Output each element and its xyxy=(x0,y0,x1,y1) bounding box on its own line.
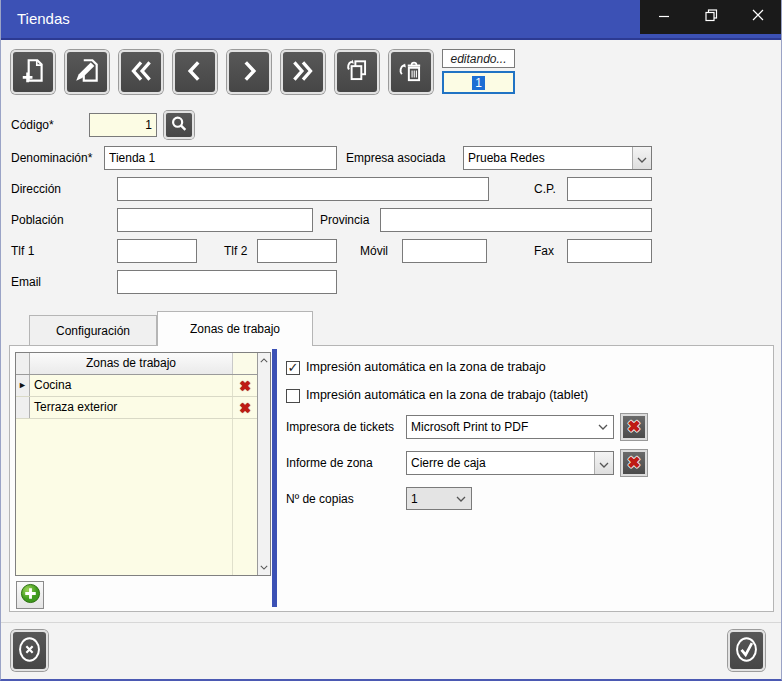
tlf1-label: Tlf 1 xyxy=(11,239,34,263)
cp-input[interactable] xyxy=(567,177,652,201)
tlf1-input[interactable] xyxy=(117,239,197,263)
copies-value: 1 xyxy=(407,492,451,506)
accept-circle-check-icon xyxy=(733,634,760,668)
delete-zone-icon[interactable]: ✖ xyxy=(239,379,251,393)
clear-printer-button[interactable]: ✖ xyxy=(621,414,647,440)
first-record-button[interactable] xyxy=(119,50,163,94)
tab-configuracion[interactable]: Configuración xyxy=(29,315,157,345)
empty-selector-strip xyxy=(16,419,29,575)
auto-print-label: Impresión automática en la zona de traba… xyxy=(306,360,546,375)
next-record-icon xyxy=(235,57,263,88)
delete-zone-cell[interactable]: ✖ xyxy=(233,397,257,418)
provincia-input[interactable] xyxy=(380,208,652,232)
edit-record-icon xyxy=(73,57,101,88)
zone-name-cell[interactable]: Terraza exterior xyxy=(30,397,233,418)
cp-label: C.P. xyxy=(534,177,556,201)
delete-record-button[interactable] xyxy=(389,50,433,94)
report-select[interactable]: Cierre de caja xyxy=(406,451,614,475)
cancel-circle-x-icon xyxy=(16,634,43,668)
movil-label: Móvil xyxy=(360,239,388,263)
zone-name-cell[interactable]: Cocina xyxy=(30,375,233,396)
minimize-icon xyxy=(658,8,670,26)
scroll-down-icon[interactable] xyxy=(258,560,271,575)
report-value: Cierre de caja xyxy=(407,456,594,470)
record-number-field[interactable]: 1 xyxy=(442,71,515,94)
direccion-label: Dirección xyxy=(11,177,61,201)
codigo-label: Código* xyxy=(11,113,54,137)
copy-record-button[interactable] xyxy=(335,50,379,94)
chevron-down-icon xyxy=(593,416,613,438)
copies-select[interactable]: 1 xyxy=(406,487,472,510)
empresa-label: Empresa asociada xyxy=(346,146,445,170)
tlf2-input[interactable] xyxy=(257,239,337,263)
next-record-button[interactable] xyxy=(227,50,271,94)
movil-input[interactable] xyxy=(402,239,487,263)
denominacion-input[interactable] xyxy=(104,146,337,170)
last-record-button[interactable] xyxy=(281,50,325,94)
add-plus-icon xyxy=(20,583,41,607)
window-title: Tiendas xyxy=(17,0,70,38)
direccion-input[interactable] xyxy=(117,177,489,201)
chevron-down-icon xyxy=(637,149,647,167)
auto-print-tablet-checkbox[interactable] xyxy=(286,389,300,403)
new-record-button[interactable] xyxy=(11,50,55,94)
previous-record-button[interactable] xyxy=(173,50,217,94)
email-label: Email xyxy=(11,270,41,294)
clear-report-icon: ✖ xyxy=(627,456,640,470)
printer-label: Impresora de tickets xyxy=(286,415,394,439)
search-button[interactable] xyxy=(164,111,194,139)
fax-label: Fax xyxy=(534,239,554,263)
report-label: Informe de zona xyxy=(286,451,373,475)
email-input[interactable] xyxy=(117,270,337,294)
title-bar: Tiendas xyxy=(1,0,782,40)
window-controls xyxy=(640,0,781,34)
chevron-down-icon xyxy=(451,488,471,509)
empresa-select[interactable]: Prueba Redes xyxy=(463,146,652,170)
printer-value: Microsoft Print to PDF xyxy=(407,420,593,434)
tiendas-window: Tiendas editando... xyxy=(0,0,782,681)
add-zone-button[interactable] xyxy=(16,581,44,609)
scroll-up-icon[interactable] xyxy=(258,353,271,368)
printer-select[interactable]: Microsoft Print to PDF xyxy=(406,415,614,439)
chevron-down-icon xyxy=(599,454,609,472)
search-icon xyxy=(169,114,189,137)
zone-row[interactable]: Terraza exterior ✖ xyxy=(16,397,257,419)
delete-zone-cell[interactable]: ✖ xyxy=(233,375,257,396)
cancel-button[interactable] xyxy=(11,630,48,671)
copy-record-icon xyxy=(343,57,371,88)
empresa-dropdown-button[interactable] xyxy=(632,147,651,169)
empresa-value: Prueba Redes xyxy=(464,151,632,165)
zones-grid-header: Zonas de trabajo xyxy=(16,353,257,375)
current-row-pointer-icon: ► xyxy=(18,381,27,390)
restore-button[interactable] xyxy=(687,0,734,34)
minimize-button[interactable] xyxy=(640,0,687,34)
provincia-label: Provincia xyxy=(320,208,369,232)
record-number-value: 1 xyxy=(472,76,485,90)
zonas-tab-panel: Zonas de trabajo ► Cocina ✖ Terraza exte… xyxy=(9,345,774,612)
tab-zonas-de-trabajo[interactable]: Zonas de trabajo xyxy=(157,311,313,346)
denominacion-label: Denominación* xyxy=(11,146,92,170)
accept-button[interactable] xyxy=(728,630,765,671)
zone-row[interactable]: ► Cocina ✖ xyxy=(16,375,257,397)
poblacion-input[interactable] xyxy=(117,208,313,232)
zones-scrollbar[interactable] xyxy=(257,353,270,575)
checkmark-icon: ✓ xyxy=(288,362,299,374)
codigo-input[interactable] xyxy=(89,113,157,137)
editing-status-badge: editando... xyxy=(442,49,515,68)
zones-grid-empty-area xyxy=(16,419,257,575)
row-selector-header xyxy=(16,353,30,374)
auto-print-checkbox[interactable]: ✓ xyxy=(286,361,300,375)
empty-delete-strip xyxy=(233,419,257,575)
close-button[interactable] xyxy=(734,0,781,34)
fax-input[interactable] xyxy=(567,239,652,263)
close-icon xyxy=(751,8,765,26)
report-dropdown-button[interactable] xyxy=(594,452,613,474)
zones-column-header: Zonas de trabajo xyxy=(30,353,233,374)
zones-grid: Zonas de trabajo ► Cocina ✖ Terraza exte… xyxy=(15,352,271,576)
clear-printer-icon: ✖ xyxy=(627,420,640,434)
clear-report-button[interactable]: ✖ xyxy=(621,450,647,476)
delete-zone-icon[interactable]: ✖ xyxy=(239,401,251,415)
edit-record-button[interactable] xyxy=(65,50,109,94)
first-record-icon xyxy=(127,57,155,88)
panel-splitter[interactable] xyxy=(272,349,277,607)
